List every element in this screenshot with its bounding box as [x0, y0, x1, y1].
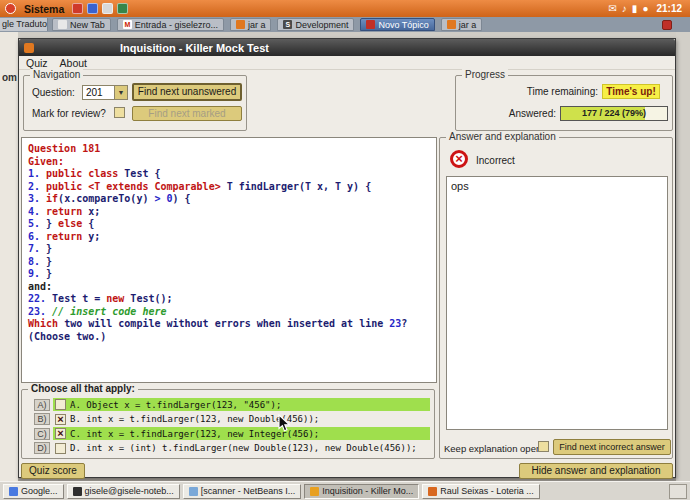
answer-checkbox[interactable]: × [55, 428, 66, 439]
incorrect-label: Incorrect [476, 155, 515, 166]
menu-about[interactable]: About [60, 57, 87, 69]
keep-open-label: Keep explanation open [444, 443, 541, 454]
system-menu[interactable]: Sistema [21, 3, 67, 15]
code-segment: else [58, 218, 82, 229]
answer-checkbox[interactable] [55, 399, 66, 410]
taskbar-item[interactable]: Inquisition - Killer Mo... [304, 484, 419, 499]
tab-favicon [236, 20, 245, 29]
answered-progress-text: 177 / 224 (79%) [561, 107, 667, 120]
top-panel-left-icons [72, 3, 128, 14]
tab-favicon [58, 20, 67, 29]
answer-row: D)D. int x = (int) t.findLarger(new Doub… [34, 442, 430, 456]
browser-tab[interactable]: jar a [441, 18, 483, 31]
taskbar-item[interactable]: Raul Seixas - Loteria ... [422, 484, 540, 499]
tab-label: Entrada - giselezro... [135, 20, 218, 30]
find-next-incorrect-button[interactable]: Find next incorrect answer [553, 439, 671, 455]
code-segment: and: [28, 281, 52, 292]
taskbar-item-icon [73, 487, 82, 496]
distro-logo-icon[interactable] [5, 3, 16, 14]
tab-favicon [447, 20, 456, 29]
question-number-value: 201 [83, 86, 114, 99]
browser-tabs: New TabMEntrada - giselezro...jar aSDeve… [52, 18, 482, 31]
app-icon-gray[interactable] [102, 3, 113, 14]
menu-quiz[interactable]: Quiz [26, 57, 48, 69]
answer-zone: ×B. int x = t.findLarger(123, new Double… [53, 413, 430, 426]
mark-review-checkbox[interactable] [114, 107, 125, 118]
code-segment: 8. [28, 256, 46, 267]
mark-review-label: Mark for review? [32, 108, 106, 119]
code-segment: Which [28, 318, 58, 329]
volume-icon[interactable]: ♪ [622, 3, 627, 14]
menu-bar: QuizAbout [19, 56, 675, 70]
code-segment: (Choose two.) [28, 331, 106, 342]
tab-label: jar a [248, 20, 266, 30]
explanation-textarea[interactable]: ops [446, 176, 668, 430]
app-icon-red[interactable] [72, 3, 83, 14]
code-segment: 23. [28, 306, 52, 317]
code-line: 4. return x; [28, 206, 436, 219]
code-segment: x; [88, 206, 100, 217]
window-icon [24, 43, 34, 53]
tab-label: Development [295, 20, 348, 30]
hide-answer-button[interactable]: Hide answer and explanation [519, 463, 673, 479]
code-segment: 7. [28, 243, 46, 254]
browser-tab[interactable]: Novo Tópico [360, 18, 434, 31]
browser-tab[interactable]: SDevelopment [277, 18, 354, 31]
taskbar-item-label: Google... [21, 486, 58, 496]
code-segment: 5. [28, 218, 46, 229]
code-segment: } [46, 243, 52, 254]
tab-favicon [366, 20, 375, 29]
taskbar-item[interactable]: Google... [3, 484, 64, 499]
code-segment: y; [88, 231, 100, 242]
find-next-marked-button[interactable]: Find next marked [132, 106, 242, 121]
choose-legend: Choose all that apply: [28, 383, 138, 394]
window-title: Inquisition - Killer Mock Test [120, 42, 269, 54]
browser-tab[interactable]: jar a [230, 18, 272, 31]
clock[interactable]: 21:12 [656, 3, 682, 14]
app-icon-green[interactable] [117, 3, 128, 14]
code-segment: 4. [28, 206, 46, 217]
code-line: and: [28, 281, 436, 294]
tab-overflow-icon[interactable] [662, 20, 672, 30]
question-number-select[interactable]: 201 ▼ [82, 85, 128, 100]
gnome-top-panel: Sistema ✉♪▮● 21:12 [0, 0, 690, 17]
taskbar-corner[interactable] [669, 484, 687, 499]
app-icon-blue[interactable] [87, 3, 98, 14]
mouse-cursor [278, 414, 291, 433]
browser-tab[interactable]: New Tab [52, 18, 111, 31]
navigation-legend: Navigation [30, 69, 83, 80]
window-titlebar[interactable]: Inquisition - Killer Mock Test [19, 39, 675, 56]
top-panel-right-icons: ✉♪▮● [608, 3, 648, 14]
taskbar-item-label: gisele@gisele-noteb... [85, 486, 174, 496]
keep-open-checkbox[interactable] [538, 441, 549, 452]
mail-icon[interactable]: ✉ [608, 3, 616, 14]
chevron-down-icon[interactable]: ▼ [114, 86, 127, 99]
answered-progress-bar: 177 / 224 (79%) [560, 106, 668, 121]
code-line: 3. if(x.compareTo(y) > 0) { [28, 193, 436, 206]
find-next-unanswered-button[interactable]: Find next unanswered [132, 83, 242, 101]
quiz-score-button[interactable]: Quiz score [21, 463, 85, 479]
answered-label: Answered: [464, 108, 556, 119]
browser-tab[interactable]: MEntrada - giselezro... [117, 18, 224, 31]
network-icon[interactable]: ● [642, 3, 648, 14]
tab-favicon: M [123, 20, 132, 29]
code-line: 1. public class Test { [28, 168, 436, 181]
taskbar-item[interactable]: gisele@gisele-noteb... [67, 484, 180, 499]
code-line: 6. return y; [28, 231, 436, 244]
taskbar-item-label: Raul Seixas - Loteria ... [440, 486, 534, 496]
code-segment: 9. [28, 268, 46, 279]
code-segment: } [46, 256, 52, 267]
code-segment: } [46, 218, 58, 229]
answer-checkbox[interactable] [55, 443, 66, 454]
battery-icon[interactable]: ▮ [632, 3, 638, 14]
code-segment: two will compile without errors when ins… [58, 318, 389, 329]
taskbar-item[interactable]: [scanner - NetBeans I... [183, 484, 302, 499]
code-line: 23. // insert code here [28, 306, 436, 319]
tab-label: Novo Tópico [378, 20, 428, 30]
explanation-group: Answer and explanation × Incorrect ops K… [439, 137, 673, 459]
question-label: Question: [32, 87, 75, 98]
answer-checkbox[interactable]: × [55, 414, 66, 425]
background-window-right-edge [676, 32, 690, 481]
answer-prefix: D) [34, 442, 50, 454]
partial-browser-tab[interactable]: gle Tradutor [0, 18, 48, 31]
